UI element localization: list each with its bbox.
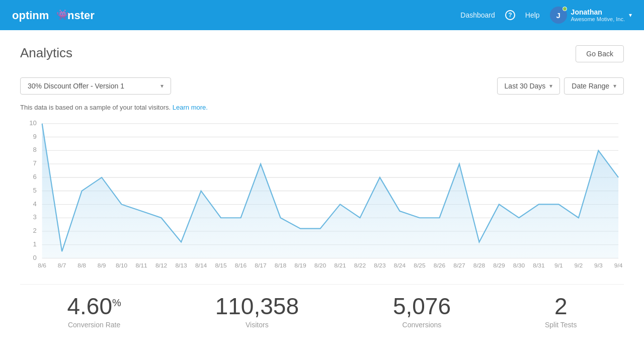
header-nav: Dashboard ? Help: [460, 10, 539, 20]
svg-text:8/26: 8/26: [434, 262, 446, 269]
svg-text:8/17: 8/17: [255, 262, 266, 269]
svg-text:8/28: 8/28: [473, 262, 486, 269]
date-range-dropdown[interactable]: Date Range ▾: [564, 77, 624, 95]
svg-text:8: 8: [33, 146, 36, 154]
conversions-stat: 5,076 Conversions: [393, 295, 451, 329]
help-link[interactable]: Help: [525, 11, 540, 19]
date-filters: Last 30 Days ▾ Date Range ▾: [497, 77, 624, 95]
page-header: Analytics Go Back: [20, 45, 624, 62]
svg-text:6: 6: [33, 173, 36, 180]
filters-row: 30% Discount Offer - Version 1 ▾ Last 30…: [20, 77, 624, 95]
svg-text:8/24: 8/24: [394, 262, 406, 269]
svg-text:5: 5: [33, 187, 36, 194]
svg-text:10: 10: [29, 119, 37, 127]
svg-text:optinm: optinm: [12, 9, 49, 22]
user-company: Awesome Motive, Inc.: [571, 16, 625, 22]
svg-text:8/6: 8/6: [38, 262, 46, 269]
svg-text:8/19: 8/19: [294, 262, 306, 269]
visitors-stat: 110,358 Visitors: [215, 295, 299, 329]
svg-text:1: 1: [33, 240, 36, 248]
online-dot: [562, 7, 567, 11]
page-title: Analytics: [20, 45, 72, 61]
svg-text:8/14: 8/14: [195, 262, 207, 269]
help-icon[interactable]: ?: [505, 10, 515, 20]
svg-text:8/27: 8/27: [453, 262, 465, 269]
campaign-label: 30% Discount Offer - Version 1: [28, 82, 124, 90]
svg-text:9/1: 9/1: [554, 262, 563, 269]
conversion-rate-value: 4.60%: [67, 295, 121, 318]
svg-text:9/3: 9/3: [594, 262, 603, 269]
last-30-days-label: Last 30 Days: [505, 82, 546, 90]
daterange-chevron-icon: ▾: [613, 82, 616, 89]
stats-row: 4.60% Conversion Rate 110,358 Visitors 5…: [20, 284, 624, 334]
last30-chevron-icon: ▾: [549, 82, 552, 89]
main-header: optinm 👾 nster Dashboard ? Help J Jonath…: [0, 0, 644, 30]
conversions-value: 5,076: [393, 295, 451, 318]
svg-text:0: 0: [33, 254, 36, 261]
info-text: This data is based on a sample of your t…: [20, 104, 624, 111]
main-content: Analytics Go Back 30% Discount Offer - V…: [0, 30, 644, 362]
header-right: Dashboard ? Help J Jonathan Awesome Moti…: [460, 7, 632, 24]
svg-text:8/8: 8/8: [77, 262, 86, 269]
svg-text:8/7: 8/7: [58, 262, 66, 269]
svg-text:8/23: 8/23: [374, 262, 386, 269]
split-tests-label: Split Tests: [545, 321, 577, 329]
conversion-rate-suffix: %: [112, 297, 121, 308]
conversions-label: Conversions: [393, 321, 451, 329]
svg-text:8/16: 8/16: [235, 262, 247, 269]
svg-text:9/4: 9/4: [614, 262, 623, 269]
svg-text:8/9: 8/9: [98, 262, 106, 269]
go-back-button[interactable]: Go Back: [576, 45, 624, 62]
analytics-chart: 0 1 2 3 4 5 6 7 8 9 10 8/6 8/7 8/8 8/9 8…: [20, 118, 624, 269]
svg-text:8/11: 8/11: [135, 262, 147, 269]
svg-text:9/2: 9/2: [575, 262, 583, 269]
svg-text:3: 3: [33, 214, 36, 221]
user-info[interactable]: J Jonathan Awesome Motive, Inc. ▾: [550, 7, 632, 24]
conversion-rate-stat: 4.60% Conversion Rate: [67, 295, 121, 329]
svg-text:8/20: 8/20: [314, 262, 327, 269]
dashboard-link[interactable]: Dashboard: [460, 11, 495, 19]
learn-more-link[interactable]: Learn more.: [173, 104, 208, 111]
logo-svg: optinm 👾 nster: [12, 7, 103, 23]
svg-text:8/22: 8/22: [354, 262, 366, 269]
campaign-dropdown[interactable]: 30% Discount Offer - Version 1 ▾: [20, 77, 171, 95]
visitors-value: 110,358: [215, 295, 299, 318]
conversion-rate-label: Conversion Rate: [67, 321, 121, 329]
svg-text:4: 4: [33, 200, 36, 208]
user-name: Jonathan: [571, 8, 625, 17]
date-range-label: Date Range: [572, 82, 609, 90]
avatar: J: [550, 7, 567, 24]
svg-text:8/18: 8/18: [275, 262, 287, 269]
split-tests-stat: 2 Split Tests: [545, 295, 577, 329]
svg-text:8/12: 8/12: [155, 262, 167, 269]
chart-container: 0 1 2 3 4 5 6 7 8 9 10 8/6 8/7 8/8 8/9 8…: [20, 118, 624, 269]
svg-text:2: 2: [33, 227, 36, 234]
svg-text:8/10: 8/10: [116, 262, 128, 269]
svg-text:8/15: 8/15: [215, 262, 227, 269]
user-name-block: Jonathan Awesome Motive, Inc.: [571, 8, 625, 23]
split-tests-value: 2: [545, 295, 577, 318]
svg-text:nster: nster: [67, 9, 95, 22]
campaign-chevron-icon: ▾: [160, 82, 164, 89]
logo[interactable]: optinm 👾 nster: [12, 7, 103, 23]
svg-text:8/29: 8/29: [493, 262, 505, 269]
svg-text:8/21: 8/21: [334, 262, 346, 269]
svg-text:9: 9: [33, 133, 36, 140]
last-30-days-dropdown[interactable]: Last 30 Days ▾: [497, 77, 560, 95]
visitors-label: Visitors: [215, 321, 299, 329]
svg-text:8/30: 8/30: [513, 262, 525, 269]
svg-text:8/13: 8/13: [175, 262, 187, 269]
svg-text:8/31: 8/31: [533, 262, 545, 269]
svg-text:8/25: 8/25: [414, 262, 426, 269]
svg-text:7: 7: [33, 159, 36, 167]
user-chevron-icon: ▾: [629, 12, 632, 19]
